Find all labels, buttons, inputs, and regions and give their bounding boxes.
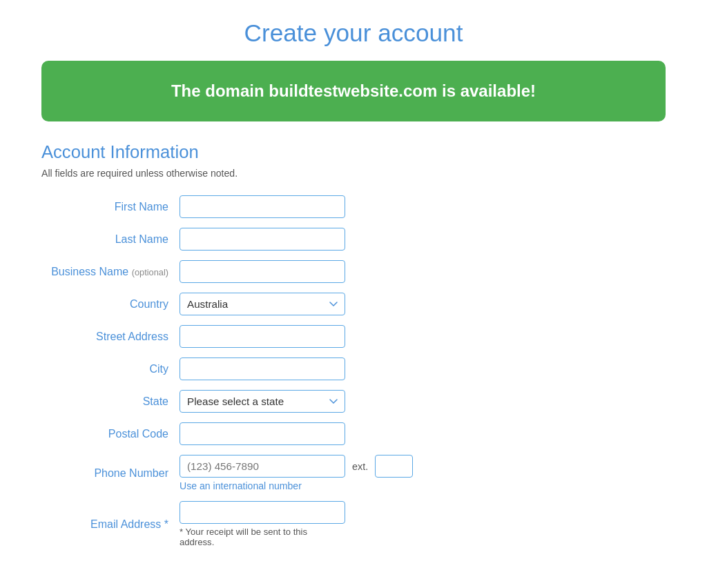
account-information-section: Account Information All fields are requi… [41,142,666,585]
domain-banner-text: The domain buildtestwebsite.com is avail… [171,81,536,100]
phone-number-col: ext. Use an international number [180,455,413,491]
city-label: City [41,363,180,375]
state-row: State Please select a state New South Wa… [41,390,666,413]
phone-number-label: Phone Number [41,467,180,480]
international-number-link[interactable]: Use an international number [180,480,413,491]
street-address-label: Street Address [41,331,180,343]
phone-number-inputs: ext. [180,455,413,478]
city-row: City [41,357,666,380]
business-name-label: Business Name (optional) [41,266,180,278]
first-name-input[interactable] [180,195,345,218]
country-row: Country Australia United States United K… [41,293,666,315]
first-name-label: First Name [41,201,180,213]
page-title: Create your account [0,0,707,61]
required-note: All fields are required unless otherwise… [41,168,666,179]
state-label: State [41,395,180,408]
postal-code-input[interactable] [180,422,345,445]
postal-code-label: Postal Code [41,428,180,440]
city-input[interactable] [180,357,345,380]
ext-label: ext. [352,461,368,472]
state-select[interactable]: Please select a state New South Wales Vi… [180,390,345,413]
phone-number-row: Phone Number ext. Use an international n… [41,455,666,491]
phone-number-input[interactable] [180,455,345,478]
country-label: Country [41,298,180,311]
first-name-row: First Name [41,195,666,218]
domain-availability-banner: The domain buildtestwebsite.com is avail… [41,61,666,121]
last-name-label: Last Name [41,233,180,246]
email-note: * Your receipt will be sent to this addr… [180,527,318,547]
section-title: Account Information [41,142,666,162]
last-name-input[interactable] [180,228,345,251]
street-address-input[interactable] [180,325,345,348]
country-select[interactable]: Australia United States United Kingdom C… [180,293,345,315]
business-name-input[interactable] [180,260,345,283]
business-name-row: Business Name (optional) [41,260,666,283]
email-col: * Your receipt will be sent to this addr… [180,501,345,547]
postal-code-row: Postal Code [41,422,666,445]
email-address-row: Email Address * * Your receipt will be s… [41,501,666,547]
street-address-row: Street Address [41,325,666,348]
email-address-label: Email Address * [41,518,180,531]
email-address-input[interactable] [180,501,345,524]
last-name-row: Last Name [41,228,666,251]
phone-ext-input[interactable] [375,455,413,478]
